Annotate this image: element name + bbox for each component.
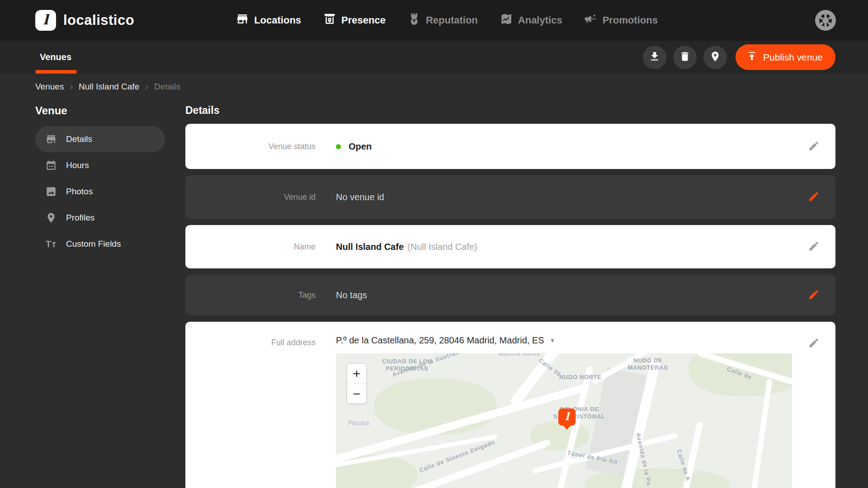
sidebar-item-profiles[interactable]: Profiles: [35, 205, 165, 231]
tags-value: No tags: [336, 290, 367, 300]
pencil-icon: [808, 191, 820, 204]
brand-wordmark: localistico: [63, 12, 134, 28]
nav-label: Locations: [254, 14, 301, 26]
venue-sidebar: Venue Details Hours: [35, 92, 165, 488]
nav-label: Presence: [341, 14, 386, 26]
edit-venue-id-button[interactable]: [804, 187, 824, 207]
map-street-label: Madrid Norte: [499, 353, 540, 357]
breadcrumb: Venues › Null Island Cafe › Details: [0, 74, 868, 92]
chevron-down-icon: ▼: [550, 337, 556, 344]
pin-plus-icon: [709, 51, 721, 64]
megaphone-icon: [584, 12, 598, 28]
storefront-icon: [236, 12, 249, 28]
brand-logo-letter: l: [43, 12, 48, 28]
image-icon: [45, 186, 57, 197]
field-value: No tags: [316, 290, 792, 300]
map-minor-label: Piscina: [348, 419, 369, 427]
map-canvas[interactable]: CIUDAD DE LOS PERIODISTAS Avenida de la …: [336, 353, 792, 488]
edit-name-button[interactable]: [804, 237, 824, 257]
edit-tags-button[interactable]: [804, 285, 824, 305]
delete-button[interactable]: [673, 46, 697, 69]
section-heading: Details: [185, 104, 835, 117]
nav-promotions[interactable]: Promotions: [584, 12, 658, 28]
row-venue-id: Venue id No venue id: [185, 175, 835, 219]
badge-star-icon: [407, 12, 421, 28]
add-location-button[interactable]: [703, 46, 727, 69]
field-label: Tags: [185, 291, 316, 300]
zoom-in-button[interactable]: +: [347, 364, 366, 384]
nav-reputation[interactable]: Reputation: [407, 12, 478, 28]
download-button[interactable]: [643, 46, 666, 69]
field-value: Null Island Cafe (Null Island Cafe): [316, 242, 792, 252]
tab-venues-label: Venues: [40, 52, 71, 62]
sidebar-list: Details Hours Photos: [35, 126, 165, 257]
top-nav: l localistico Locations Presence: [0, 0, 868, 41]
nav-locations[interactable]: Locations: [236, 12, 301, 28]
map-pin-icon: [45, 212, 57, 224]
brand-logo[interactable]: l localistico: [35, 10, 134, 31]
nav-presence[interactable]: Presence: [323, 12, 386, 28]
details-pane: Details Venue status Open Venue id No ve…: [185, 92, 835, 488]
map-street-label: Avenida de la Ilustración: [391, 353, 469, 379]
edit-address-button[interactable]: [804, 333, 824, 353]
row-venue-status: Venue status Open: [185, 124, 835, 169]
venue-name-secondary: (Null Island Cafe): [407, 242, 477, 252]
edit-venue-status-button[interactable]: [804, 136, 824, 156]
row-name: Name Null Island Cafe (Null Island Cafe): [185, 225, 835, 268]
toolbar: Venues Publish venue: [0, 41, 868, 74]
text-fields-icon: Tᴛ: [45, 238, 57, 250]
map-analytics-icon: [500, 12, 513, 28]
sidebar-item-label: Details: [66, 134, 92, 144]
sidebar-item-custom-fields[interactable]: Tᴛ Custom Fields: [35, 231, 165, 257]
marker-logo-letter: l: [558, 408, 576, 426]
calendar-icon: [45, 160, 57, 171]
nav-label: Analytics: [518, 14, 562, 26]
field-label: Full address: [185, 338, 316, 347]
venue-id-value: No venue id: [336, 192, 384, 202]
page-body: Venue Details Hours: [0, 92, 868, 488]
pencil-icon: [808, 140, 820, 153]
venue-name-value: Null Island Cafe: [336, 242, 404, 252]
sidebar-item-label: Custom Fields: [66, 239, 121, 249]
nav-label: Promotions: [603, 14, 658, 26]
field-value: Open: [316, 141, 792, 152]
breadcrumb-venues[interactable]: Venues: [35, 82, 64, 92]
address-dropdown[interactable]: P.º de la Castellana, 259, 28046 Madrid,…: [336, 333, 792, 347]
pencil-icon: [808, 337, 820, 350]
main-nav: Locations Presence Reputati: [236, 0, 658, 41]
breadcrumb-separator: ›: [70, 81, 73, 92]
sidebar-item-details[interactable]: Details: [35, 126, 165, 152]
field-label: Name: [185, 242, 316, 252]
upload-icon: [746, 51, 757, 64]
map-zoom-control: + −: [347, 363, 367, 404]
nav-label: Reputation: [426, 14, 478, 26]
brand-logo-mark: l: [35, 10, 56, 31]
settings-wheel-icon[interactable]: [814, 9, 837, 32]
trash-icon: [679, 51, 691, 64]
status-open-dot: [336, 144, 341, 149]
sidebar-heading: Venue: [35, 104, 165, 117]
nav-analytics[interactable]: Analytics: [500, 12, 562, 28]
venue-map-marker[interactable]: l: [558, 408, 576, 430]
row-tags: Tags No tags: [185, 275, 835, 315]
store-pin-icon: [323, 12, 336, 28]
download-icon: [649, 51, 660, 64]
sidebar-item-hours[interactable]: Hours: [35, 152, 165, 178]
field-label: Venue status: [185, 142, 316, 151]
breadcrumb-venue-name[interactable]: Null Island Cafe: [79, 82, 139, 92]
storefront-icon: [45, 133, 57, 145]
breadcrumb-separator: ›: [145, 81, 148, 92]
sidebar-item-label: Hours: [66, 160, 89, 170]
map-area-label: CIUDAD DE LOS PERIODISTAS: [379, 358, 435, 373]
publish-venue-button[interactable]: Publish venue: [736, 44, 835, 70]
sidebar-item-label: Profiles: [66, 213, 94, 223]
address-value: P.º de la Castellana, 259, 28046 Madrid,…: [336, 335, 544, 346]
marker-tail: [563, 425, 571, 430]
zoom-out-button[interactable]: −: [347, 384, 366, 404]
sidebar-item-label: Photos: [66, 187, 93, 197]
sidebar-item-photos[interactable]: Photos: [35, 178, 165, 205]
tab-venues[interactable]: Venues: [40, 41, 71, 74]
breadcrumb-current-page: Details: [154, 82, 180, 92]
field-value: No venue id: [316, 192, 792, 202]
active-tab-underline: [35, 70, 77, 74]
